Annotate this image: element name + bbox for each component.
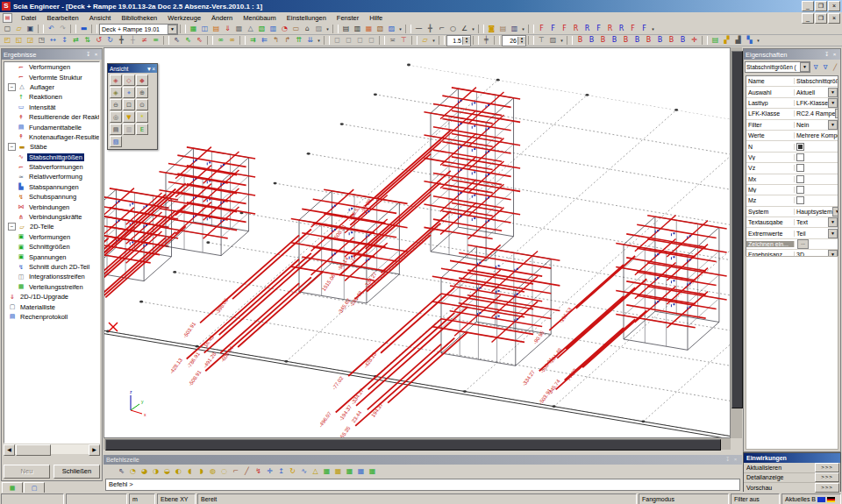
measure-icon[interactable]: ⊤	[398, 35, 410, 46]
spinner-arrows-icon[interactable]: ▲▼	[462, 37, 470, 45]
view-pane-4-icon[interactable]: ◻	[366, 35, 377, 46]
close-button[interactable]: ×	[828, 1, 840, 11]
mirror-icon[interactable]: ⇄	[70, 35, 82, 46]
menu-hilfe[interactable]: Hilfe	[364, 13, 388, 23]
tree-item[interactable]: ⋈Verbindungen	[4, 202, 99, 211]
new-button[interactable]: Neu	[4, 465, 50, 479]
model-canvas[interactable]: -90.95-95.68-77.02-196.53-458.94-455.04-…	[103, 47, 731, 438]
beam-b3-icon[interactable]: B	[597, 35, 609, 46]
copy-geom-4-icon[interactable]: ◳	[36, 35, 47, 46]
tree-item[interactable]: ▣Schnittgrößen	[4, 242, 99, 252]
load-case-f3-icon[interactable]: F	[559, 24, 570, 34]
scroll-thumb[interactable]	[105, 439, 721, 451]
align-icon[interactable]: ≍	[387, 35, 398, 46]
tree-item[interactable]: ∿Stabschnittgrößen	[4, 153, 99, 162]
menu-werkzeuge[interactable]: Werkzeuge	[162, 13, 206, 23]
load-case-f2-icon[interactable]: F	[547, 24, 559, 34]
curve-icon[interactable]: ∿	[298, 466, 310, 477]
scroll-right-icon[interactable]: ▶	[89, 444, 100, 456]
tree-horizontal-scrollbar[interactable]: ◀ ▶	[4, 444, 100, 454]
edit-pencil-icon[interactable]: ╱	[241, 466, 253, 477]
tree-item[interactable]: ▭Intensität	[4, 103, 99, 112]
tree-item[interactable]: ◫Integrationsstreifen	[4, 272, 99, 281]
beam-b2-icon[interactable]: B	[586, 35, 597, 46]
stretch-icon[interactable]: ↕	[59, 35, 70, 46]
support-2-icon[interactable]: ◕	[139, 466, 150, 477]
beam-b9-icon[interactable]: B	[666, 35, 677, 46]
picture-icon[interactable]: ▦	[363, 24, 375, 34]
scroll-thumb[interactable]	[731, 51, 743, 408]
render-view-icon[interactable]: ▼	[123, 111, 135, 123]
view-axo-2-icon[interactable]: ◇	[123, 75, 135, 86]
document-icon[interactable]: ▤	[3, 13, 12, 23]
dist-up-icon[interactable]: ⇈	[293, 35, 304, 46]
grid-1-icon[interactable]: ▦	[321, 466, 332, 477]
tree-item[interactable]: ⌐Verformungen	[4, 62, 99, 72]
mesh-icon[interactable]: ▩	[233, 24, 245, 34]
copy-geom-1-icon[interactable]: ◰	[2, 35, 13, 46]
clipboard-icon[interactable]: ▤	[497, 24, 509, 34]
zoom-out-icon[interactable]: ⊖	[110, 99, 122, 110]
child-restore-button[interactable]: ❐	[815, 13, 827, 24]
chevron-down-icon[interactable]: ▼	[828, 98, 838, 108]
eu-flag-icon[interactable]	[817, 497, 825, 502]
action-expand-button[interactable]: >>>	[815, 472, 839, 482]
child-close-button[interactable]: ×	[828, 13, 840, 24]
open-project-icon[interactable]: ▱	[419, 35, 431, 46]
activity-icon[interactable]: ▨	[313, 24, 325, 34]
support-8-icon[interactable]: ◍	[207, 466, 218, 477]
project-combo[interactable]: Deck + Rampe 19.01▼	[99, 24, 178, 35]
export-doc-icon[interactable]: ▥	[509, 24, 520, 34]
beam-flag-icon[interactable]: ⌐	[230, 466, 241, 477]
chevron-down-icon[interactable]: ▼	[828, 120, 838, 130]
rotate-icon[interactable]: ↺	[93, 35, 104, 46]
tree-item[interactable]: ▢Materialliste	[4, 302, 99, 311]
menu-fenster[interactable]: Fenster	[332, 13, 364, 23]
chevron-down-icon[interactable]: ▼	[800, 62, 810, 72]
chevron-down-icon[interactable]: ▼	[168, 25, 177, 34]
tree-item[interactable]: ⌐Stabverformungen	[4, 162, 99, 172]
chevron-down-icon[interactable]: ▾	[470, 26, 476, 32]
render-mode-2-icon[interactable]: ▞	[721, 35, 732, 46]
properties-combo[interactable]: Stabschnittgrößen ( ▼	[745, 61, 810, 73]
pin-icon[interactable]: ↧	[84, 51, 92, 59]
tree-item[interactable]: ▦Verteilungsstreifen	[4, 282, 99, 292]
command-input[interactable]: Befehl >	[105, 479, 740, 491]
grid-snap-icon[interactable]: ╋	[425, 24, 436, 34]
results-view-icon[interactable]: ▧	[256, 24, 268, 34]
view-axo-1-icon[interactable]: ◈	[110, 75, 122, 86]
close-panel-button[interactable]: Schließen	[54, 465, 100, 479]
chevron-down-icon[interactable]: ▼	[828, 229, 838, 238]
triangle-icon[interactable]: △	[310, 466, 321, 477]
load-case-f10-icon[interactable]: F	[639, 24, 650, 34]
menu-einstellungen[interactable]: Einstellungen	[282, 13, 332, 23]
tree-item[interactable]: ▣Verformungen	[4, 232, 99, 242]
arrow-up-icon[interactable]: ↥	[275, 466, 287, 477]
new-file-icon[interactable]: ▢	[2, 24, 13, 34]
plate-icon[interactable]: ▤	[210, 24, 222, 34]
chevron-down-icon[interactable]: ▾	[431, 38, 437, 43]
load-case-f4-icon[interactable]: R	[570, 24, 582, 34]
menu-bearbeiten[interactable]: Bearbeiten	[42, 13, 84, 23]
select-arrow-icon[interactable]: ⇖	[116, 466, 127, 477]
tree-item[interactable]: ↑Reaktionen	[4, 92, 99, 102]
tree-item[interactable]: −▬Stäbe	[4, 142, 99, 152]
load-case-f7-icon[interactable]: R	[604, 24, 616, 34]
property-checkbox[interactable]	[796, 175, 804, 183]
german-flag-icon[interactable]	[827, 497, 835, 502]
action-expand-button[interactable]: >>>	[815, 463, 839, 472]
node-down-icon[interactable]: ↱	[282, 35, 293, 46]
support-4-icon[interactable]: ◒	[161, 466, 173, 477]
view-axo-4-icon[interactable]: ◈	[110, 87, 122, 98]
copy-geom-3-icon[interactable]: ◲	[25, 35, 36, 46]
grid-4-icon[interactable]: ▦	[355, 466, 367, 477]
join-icon[interactable]: ≡	[150, 35, 161, 46]
chevron-down-icon[interactable]: ▼	[828, 88, 838, 97]
zoom-window-icon[interactable]: ⊡	[123, 99, 135, 110]
scale-spinner[interactable]: 1.5▲▼	[446, 35, 471, 46]
minimize-button[interactable]: _	[802, 1, 814, 11]
tree-item[interactable]: ▤Rechenprotokoll	[4, 312, 99, 322]
array-icon[interactable]: ⇅	[82, 35, 93, 46]
ucs-view-icon[interactable]: ⌖	[123, 87, 135, 98]
support-icon[interactable]: △	[245, 24, 256, 34]
